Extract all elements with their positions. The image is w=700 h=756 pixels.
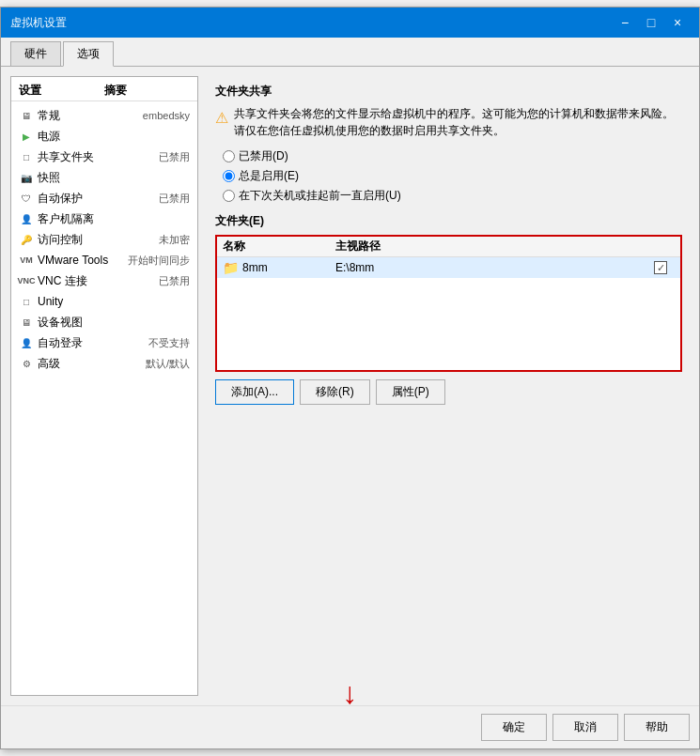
left-panel: 设置 摘要 🖥 常规 embedsky ▶ 电源 □ 共享文件夹 已禁用 xyxy=(10,76,198,696)
warning-icon: ⚠ xyxy=(215,107,228,139)
radio-until-off-input[interactable] xyxy=(223,190,235,202)
sidebar-item-autologin[interactable]: 👤 自动登录 不受支持 xyxy=(11,332,197,353)
folder-share-icon: □ xyxy=(19,149,34,164)
sidebar-item-vnc[interactable]: VNC VNC 连接 已禁用 xyxy=(11,270,197,291)
radio-disabled[interactable]: 已禁用(D) xyxy=(223,148,682,164)
bottom-bar: ↓ 确定 取消 帮助 xyxy=(1,705,699,748)
title-bar: 虚拟机设置 − □ × xyxy=(1,8,699,38)
shield-icon: 🛡 xyxy=(19,191,34,206)
sidebar-item-shared-folders[interactable]: □ 共享文件夹 已禁用 xyxy=(11,147,197,167)
folder-table-header: 名称 主视路径 xyxy=(217,237,680,257)
title-bar-controls: − □ × xyxy=(613,13,690,32)
settings-icon: ⚙ xyxy=(19,356,34,371)
folder-table: 名称 主视路径 📁 8mm E:\8mm ✓ xyxy=(215,235,682,372)
window-title: 虚拟机设置 xyxy=(10,15,67,31)
add-button[interactable]: 添加(A)... xyxy=(215,379,294,405)
camera-icon: 📷 xyxy=(19,170,34,185)
key-icon: 🔑 xyxy=(19,232,34,247)
warning-text: 共享文件夹会将您的文件显示给虚拟机中的程序。这可能为您的计算机和数据带来风险。请… xyxy=(234,105,682,139)
confirm-button[interactable]: 确定 xyxy=(481,714,547,741)
remove-button[interactable]: 移除(R) xyxy=(300,379,370,405)
cancel-button[interactable]: 取消 xyxy=(552,714,618,741)
sidebar-item-general[interactable]: 🖥 常规 embedsky xyxy=(11,105,197,126)
login-icon: 👤 xyxy=(19,335,34,350)
vnc-icon: VNC xyxy=(19,273,34,288)
radio-group: 已禁用(D) 总是启用(E) 在下次关机或挂起前一直启用(U) xyxy=(223,148,682,204)
radio-always-input[interactable] xyxy=(223,170,235,182)
warning-box: ⚠ 共享文件夹会将您的文件显示给虚拟机中的程序。这可能为您的计算机和数据带来风险… xyxy=(215,105,682,139)
table-row[interactable]: 📁 8mm E:\8mm ✓ xyxy=(217,257,680,278)
main-window: 虚拟机设置 − □ × 硬件 选项 设置 摘要 🖥 常规 embed xyxy=(0,7,700,749)
vmware-icon: VM xyxy=(19,253,34,268)
left-header: 设置 摘要 xyxy=(11,81,197,101)
tab-hardware[interactable]: 硬件 xyxy=(10,41,61,66)
sidebar-item-device-view[interactable]: 🖥 设备视图 xyxy=(11,312,197,332)
sidebar-item-guest-isolation[interactable]: 👤 客户机隔离 xyxy=(11,208,197,229)
sidebar-item-snapshot[interactable]: 📷 快照 xyxy=(11,167,197,188)
sidebar-item-power[interactable]: ▶ 电源 xyxy=(11,126,197,147)
arrow-indicator: ↓ xyxy=(343,678,358,708)
radio-always[interactable]: 总是启用(E) xyxy=(223,168,682,184)
folder-checkbox[interactable]: ✓ xyxy=(646,261,675,274)
device-icon: 🖥 xyxy=(19,315,34,330)
sidebar-item-vmware-tools[interactable]: VM VMware Tools 开始时间同步 xyxy=(11,250,197,270)
tab-bar: 硬件 选项 xyxy=(1,38,699,67)
sidebar-item-unity[interactable]: □ Unity xyxy=(11,291,197,312)
sidebar-item-access-control[interactable]: 🔑 访问控制 未加密 xyxy=(11,229,197,250)
power-icon: ▶ xyxy=(19,129,34,144)
right-panel: 文件夹共享 ⚠ 共享文件夹会将您的文件显示给虚拟机中的程序。这可能为您的计算机和… xyxy=(208,76,690,696)
checked-icon: ✓ xyxy=(654,261,667,274)
help-button[interactable]: 帮助 xyxy=(624,714,690,741)
monitor-icon: 🖥 xyxy=(19,108,34,123)
folder-section-title: 文件夹(E) xyxy=(215,213,682,229)
content-area: 设置 摘要 🖥 常规 embedsky ▶ 电源 □ 共享文件夹 已禁用 xyxy=(1,67,699,705)
minimize-button[interactable]: − xyxy=(613,13,637,32)
folder-buttons: 添加(A)... 移除(R) 属性(P) xyxy=(215,379,682,405)
title-bar-left: 虚拟机设置 xyxy=(10,15,67,31)
sidebar-item-autoprotect[interactable]: 🛡 自动保护 已禁用 xyxy=(11,188,197,208)
folder-empty-area xyxy=(217,278,680,353)
folder-table-body: 📁 8mm E:\8mm ✓ xyxy=(217,257,680,370)
tab-options[interactable]: 选项 xyxy=(63,41,114,67)
folder-name-cell: 📁 8mm xyxy=(223,260,335,275)
unity-icon: □ xyxy=(19,294,34,309)
properties-button[interactable]: 属性(P) xyxy=(376,379,445,405)
radio-disabled-input[interactable] xyxy=(223,150,235,162)
maximize-button[interactable]: □ xyxy=(639,13,663,32)
close-button[interactable]: × xyxy=(665,13,690,32)
radio-until-off[interactable]: 在下次关机或挂起前一直启用(U) xyxy=(223,188,682,204)
folder-icon: 📁 xyxy=(223,260,239,275)
user-icon: 👤 xyxy=(19,211,34,226)
sidebar-item-advanced[interactable]: ⚙ 高级 默认/默认 xyxy=(11,353,197,374)
file-share-section-title: 文件夹共享 xyxy=(215,84,682,100)
